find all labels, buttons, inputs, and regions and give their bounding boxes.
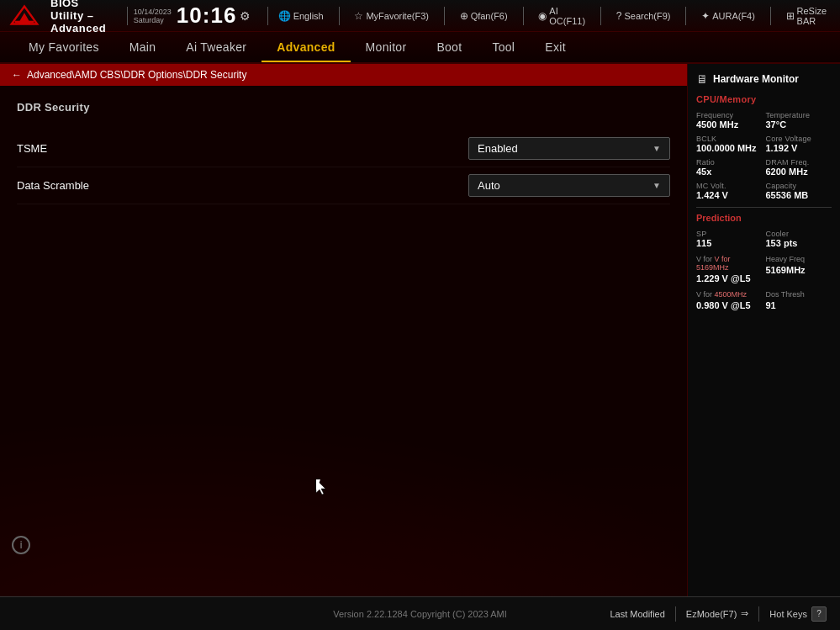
temperature-label: Temperature (766, 111, 832, 119)
v4500-thresh-value: 91 (766, 300, 832, 310)
info-icon[interactable]: i (12, 536, 30, 554)
myfavorite-label: MyFavorite(F3) (366, 11, 429, 21)
search-icon: ? (616, 10, 622, 22)
ai-icon: ◉ (538, 10, 547, 22)
data-scramble-dropdown[interactable]: Auto ▼ (468, 174, 670, 197)
data-scramble-label: Data Scramble (17, 179, 252, 192)
hw-monitor-header: 🖥 Hardware Monitor (696, 72, 832, 86)
mc-volt-label: MC Volt. (696, 182, 763, 190)
v4500-volt: 0.980 V @L5 (696, 300, 763, 310)
hw-v5169-label-cell: V for V for 5169MHz 1.229 V @L5 (696, 255, 763, 283)
rog-logo-icon (8, 4, 40, 28)
clock-display: 10:16 (177, 3, 237, 29)
tab-tool[interactable]: Tool (477, 34, 530, 62)
v5169-freq-value: 5169MHz (766, 265, 832, 275)
hw-dram-freq-cell: DRAM Freq. 6200 MHz (766, 158, 832, 177)
hw-grid-1: Frequency 4500 MHz Temperature 37°C BCLK… (696, 111, 832, 200)
header-search-btn[interactable]: ? Search(F9) (613, 8, 674, 24)
header-aioc-btn[interactable]: ◉ AI OC(F11) (535, 4, 589, 28)
hw-frequency-cell: Frequency 4500 MHz (696, 111, 763, 130)
v4500-mhz: 4500MHz (715, 290, 748, 299)
version-text: Version 2.22.1284 Copyright (C) 2023 AMI (333, 609, 507, 619)
last-modified-btn[interactable]: Last Modified (610, 609, 664, 619)
header: UEFI BIOS Utility – Advanced Mode 10/14/… (0, 0, 840, 32)
ez-mode-arrow-icon: ⇒ (741, 608, 748, 619)
v4500-thresh-label: Dos Thresh (766, 290, 832, 299)
tab-advanced[interactable]: Advanced (262, 34, 350, 62)
hw-bclk-cell: BCLK 100.0000 MHz (696, 135, 763, 153)
last-modified-label: Last Modified (610, 609, 664, 619)
tab-main[interactable]: Main (114, 34, 172, 62)
header-aura-btn[interactable]: ✦ AURA(F4) (698, 8, 758, 24)
core-voltage-label: Core Voltage (766, 135, 832, 143)
hw-mc-volt-cell: MC Volt. 1.424 V (696, 182, 763, 200)
temperature-value: 37°C (766, 119, 832, 130)
hw-v4500-row: V for 4500MHz 0.980 V @L5 Dos Thresh 91 (696, 290, 832, 310)
aura-label: AURA(F4) (712, 11, 755, 21)
tab-ai-tweaker[interactable]: Ai Tweaker (171, 34, 262, 62)
footer-div-1 (675, 606, 676, 622)
tsme-dropdown-arrow: ▼ (652, 144, 661, 153)
hd4 (444, 7, 445, 25)
bclk-value: 100.0000 MHz (696, 143, 763, 153)
footer-div-2 (758, 606, 759, 622)
capacity-label: Capacity (766, 182, 832, 190)
tab-my-favorites[interactable]: My Favorites (13, 34, 114, 62)
capacity-value: 65536 MB (766, 190, 832, 200)
hd6 (600, 7, 601, 25)
aura-icon: ✦ (701, 10, 710, 22)
hw-temperature-cell: Temperature 37°C (766, 111, 832, 130)
hw-capacity-cell: Capacity 65536 MB (766, 182, 832, 200)
v5169-mhz: V for 5169MHz (696, 255, 731, 272)
aioc-label: AI OC(F11) (549, 6, 585, 26)
tab-boot[interactable]: Boot (421, 34, 477, 62)
breadcrumb-arrow-icon: ← (12, 69, 22, 81)
header-resizebar-btn[interactable]: ⊞ ReSize BAR (783, 4, 832, 28)
fan-icon: ⊕ (460, 10, 468, 22)
hw-v4500-label-cell: V for 4500MHz 0.980 V @L5 (696, 290, 763, 310)
hw-core-voltage-cell: Core Voltage 1.192 V (766, 135, 832, 153)
tab-exit[interactable]: Exit (530, 34, 581, 62)
tab-monitor[interactable]: Monitor (351, 34, 422, 62)
hw-sp-cell: SP 115 (696, 230, 763, 248)
hw-v4500-pair: V for 4500MHz 0.980 V @L5 Dos Thresh 91 (696, 290, 832, 310)
cooler-label: Cooler (766, 230, 832, 238)
footer-right: Last Modified EzMode(F7) ⇒ Hot Keys ? (610, 606, 827, 622)
globe-icon: 🌐 (278, 10, 291, 22)
date-line2: Saturday (134, 16, 172, 24)
header-qfan-btn[interactable]: ⊕ Qfan(F6) (457, 8, 511, 24)
breadcrumb-path: Advanced\AMD CBS\DDR Options\DDR Securit… (27, 69, 246, 81)
nav-bar: My Favorites Main Ai Tweaker Advanced Mo… (0, 32, 840, 64)
sp-value: 115 (696, 238, 763, 248)
hd8 (770, 7, 771, 25)
header-english-btn[interactable]: 🌐 English (275, 8, 327, 24)
hot-keys-icon-box: ? (811, 606, 827, 622)
resizebar-icon: ⊞ (786, 10, 795, 22)
ratio-label: Ratio (696, 158, 763, 167)
svg-rect-2 (15, 20, 34, 23)
mc-volt-value: 1.424 V (696, 190, 763, 200)
date-line1: 10/14/2023 (134, 8, 172, 16)
v4500-label: V for 4500MHz (696, 290, 763, 299)
dram-freq-value: 6200 MHz (766, 167, 832, 177)
settings-panel: DDR Security TSME Enabled ▼ Data Scrambl… (0, 86, 687, 596)
english-label: English (293, 11, 324, 21)
hot-keys-btn[interactable]: Hot Keys ? (769, 606, 827, 622)
header-myfavorite-btn[interactable]: ☆ MyFavorite(F3) (351, 8, 432, 24)
data-scramble-dropdown-arrow: ▼ (652, 181, 661, 190)
hd3 (339, 7, 340, 25)
frequency-value: 4500 MHz (696, 119, 763, 130)
v5169-label: V for V for 5169MHz (696, 255, 763, 272)
hd7 (685, 7, 686, 25)
breadcrumb[interactable]: ← Advanced\AMD CBS\DDR Options\DDR Secur… (0, 64, 687, 86)
footer: Version 2.22.1284 Copyright (C) 2023 AMI… (0, 596, 840, 630)
resizebar-label: ReSize BAR (797, 6, 828, 26)
hot-keys-label: Hot Keys (769, 609, 807, 619)
settings-gear-icon[interactable]: ⚙ (240, 9, 251, 23)
star-icon: ☆ (354, 10, 363, 22)
tsme-label: TSME (17, 142, 252, 155)
tsme-dropdown[interactable]: Enabled ▼ (468, 137, 670, 160)
monitor-icon: 🖥 (696, 72, 708, 86)
ez-mode-btn[interactable]: EzMode(F7) ⇒ (686, 608, 749, 619)
cooler-value: 153 pts (766, 238, 832, 248)
